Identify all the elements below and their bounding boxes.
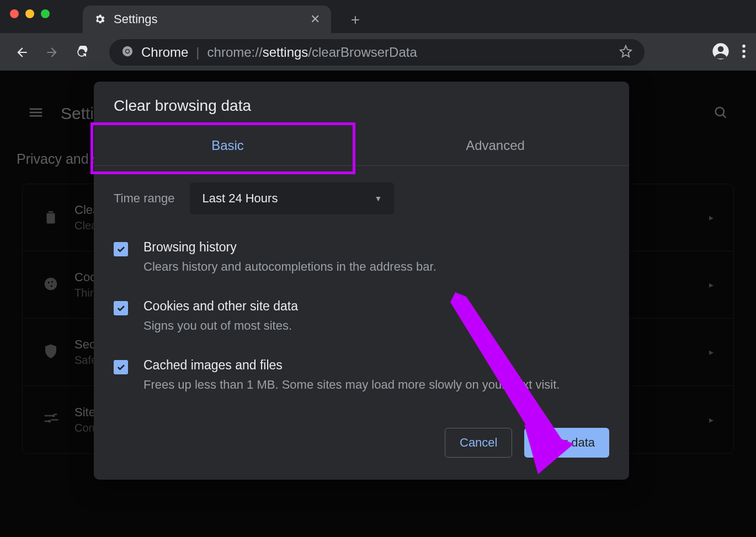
- time-range-row: Time range Last 24 Hours ▼: [94, 166, 629, 222]
- chevron-right-icon: ▸: [709, 347, 714, 357]
- checkbox-desc: Signs you out of most sites.: [143, 317, 298, 335]
- checkbox-title: Cached images and files: [143, 358, 560, 373]
- profile-icon[interactable]: [712, 42, 730, 62]
- url-separator: |: [196, 45, 199, 60]
- svg-point-5: [742, 45, 746, 48]
- checkbox-title: Cookies and other site data: [143, 299, 298, 314]
- tab-basic[interactable]: Basic: [94, 126, 361, 165]
- gear-icon: [94, 13, 106, 25]
- checkbox-checked-icon[interactable]: [114, 301, 128, 315]
- checkbox-row-cookies[interactable]: Cookies and other site data Signs you ou…: [114, 291, 609, 350]
- toolbar: Chrome | chrome:// settings /clearBrowse…: [0, 33, 756, 72]
- window-controls: [10, 9, 50, 18]
- cancel-button[interactable]: Cancel: [445, 428, 512, 458]
- svg-point-4: [718, 46, 724, 52]
- dialog-title: Clear browsing data: [94, 82, 629, 126]
- svg-point-12: [51, 285, 52, 287]
- tab-advanced[interactable]: Advanced: [361, 126, 629, 165]
- minimize-window-icon[interactable]: [25, 9, 34, 18]
- chevron-right-icon: ▸: [709, 280, 714, 290]
- url-part-2: settings: [263, 45, 308, 60]
- url-scheme: Chrome: [141, 45, 188, 60]
- back-button[interactable]: [10, 40, 34, 65]
- dropdown-triangle-icon: ▼: [375, 194, 382, 203]
- dialog-tabs: Basic Advanced: [94, 126, 629, 166]
- close-tab-icon[interactable]: ✕: [310, 12, 320, 26]
- svg-point-8: [716, 108, 724, 116]
- trash-icon: [42, 208, 59, 227]
- svg-point-7: [742, 55, 746, 58]
- url-part-3: /clearBrowserData: [308, 45, 417, 60]
- time-range-select[interactable]: Last 24 Hours ▼: [190, 182, 394, 214]
- svg-point-2: [126, 50, 129, 53]
- clear-browsing-data-dialog: Clear browsing data Basic Advanced Time …: [94, 82, 629, 480]
- chevron-right-icon: ▸: [709, 415, 714, 425]
- checkbox-checked-icon[interactable]: [114, 360, 128, 374]
- time-range-value: Last 24 Hours: [202, 191, 278, 206]
- maximize-window-icon[interactable]: [41, 9, 50, 18]
- tab-label: Settings: [114, 12, 310, 26]
- chrome-icon: [121, 45, 134, 60]
- svg-point-10: [48, 281, 50, 283]
- menu-kebab-icon[interactable]: [742, 44, 746, 61]
- clear-data-button[interactable]: Clear data: [524, 428, 609, 458]
- checkbox-title: Browsing history: [143, 240, 436, 255]
- checkbox-list: Browsing history Clears history and auto…: [94, 222, 629, 411]
- cookie-icon: [42, 276, 59, 294]
- dialog-buttons: Cancel Clear data: [94, 411, 629, 458]
- checkbox-row-history[interactable]: Browsing history Clears history and auto…: [114, 232, 609, 291]
- url-part-1: chrome://: [207, 45, 263, 60]
- checkbox-row-cache[interactable]: Cached images and files Frees up less th…: [114, 350, 609, 409]
- browser-tab-settings[interactable]: Settings ✕: [83, 6, 331, 33]
- search-icon[interactable]: [713, 105, 728, 122]
- address-bar[interactable]: Chrome | chrome:// settings /clearBrowse…: [109, 39, 645, 66]
- svg-point-14: [48, 420, 51, 423]
- svg-point-9: [45, 277, 57, 290]
- time-range-label: Time range: [114, 191, 174, 206]
- checkbox-checked-icon[interactable]: [114, 242, 128, 256]
- hamburger-icon[interactable]: [28, 104, 44, 123]
- checkbox-desc: Clears history and autocompletions in th…: [143, 258, 436, 276]
- svg-point-13: [52, 415, 55, 417]
- svg-point-6: [742, 50, 746, 53]
- svg-point-11: [51, 281, 53, 282]
- shield-icon: [42, 343, 59, 362]
- new-tab-button[interactable]: +: [344, 9, 366, 31]
- chevron-right-icon: ▸: [709, 212, 714, 223]
- tab-strip: Settings ✕ +: [0, 1, 756, 33]
- checkbox-desc: Frees up less than 1 MB. Some sites may …: [143, 376, 560, 394]
- reload-button[interactable]: [70, 40, 94, 65]
- bookmark-star-icon[interactable]: [619, 45, 632, 60]
- tune-icon: [42, 410, 59, 429]
- forward-button[interactable]: [40, 40, 64, 65]
- close-window-icon[interactable]: [10, 9, 19, 18]
